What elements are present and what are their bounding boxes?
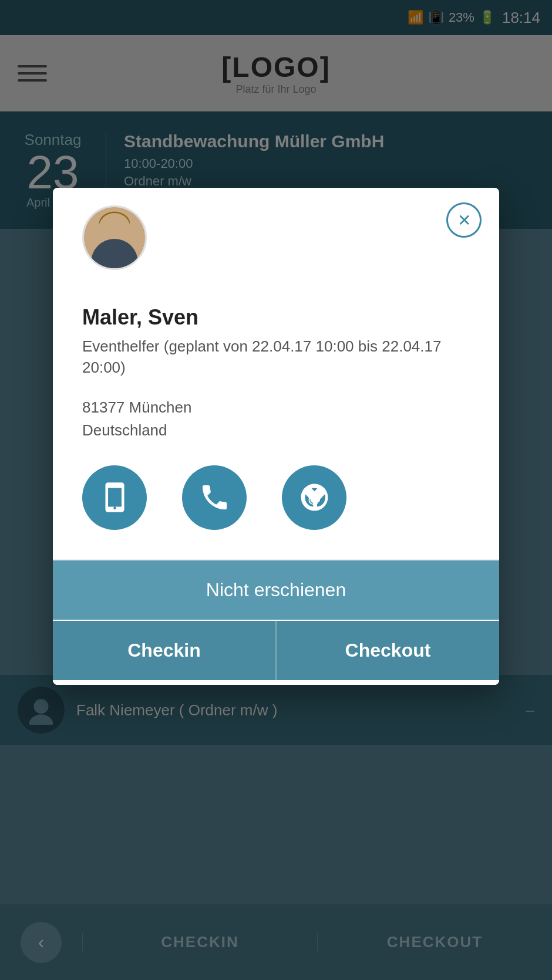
phone-button[interactable] <box>182 465 247 530</box>
mobile-icon <box>99 481 131 513</box>
svg-point-3 <box>99 212 130 236</box>
modal-bottom-bar <box>53 680 499 685</box>
checkout-button[interactable]: Checkout <box>277 621 499 680</box>
svg-text:@: @ <box>308 491 321 506</box>
modal-actions: Checkin Checkout <box>53 620 499 680</box>
modal-info: Maler, Sven Eventhelfer (geplant von 22.… <box>82 229 470 530</box>
person-address-line1: 81377 München <box>82 396 470 419</box>
person-modal: ✕ Maler, Sven Eventhelfer (geplant von 2… <box>53 188 499 685</box>
person-name: Maler, Sven <box>82 305 470 330</box>
person-role: Eventhelfer (geplant von 22.04.17 10:00 … <box>82 336 470 379</box>
svg-point-7 <box>92 247 137 270</box>
svg-point-6 <box>118 231 122 235</box>
svg-point-4 <box>102 222 127 251</box>
avatar <box>82 205 147 270</box>
modal-body: ✕ Maler, Sven Eventhelfer (geplant von 2… <box>53 188 499 559</box>
avatar-face <box>84 207 145 268</box>
modal-overlay: ✕ Maler, Sven Eventhelfer (geplant von 2… <box>0 0 552 980</box>
close-icon: ✕ <box>457 211 471 230</box>
checkin-button[interactable]: Checkin <box>53 621 277 680</box>
person-address-line2: Deutschland <box>82 419 470 442</box>
close-button[interactable]: ✕ <box>446 202 482 238</box>
phone-icon <box>198 481 231 513</box>
svg-point-5 <box>108 231 112 235</box>
person-role-text: Eventhelfer (geplant von 22.04.17 10:00 … <box>82 337 441 376</box>
mobile-button[interactable] <box>82 465 147 530</box>
contact-icons: @ <box>82 465 470 530</box>
email-icon: @ <box>298 481 331 513</box>
modal-footer: Nicht erschienen Checkin Checkout <box>53 559 499 685</box>
not-appeared-button[interactable]: Nicht erschienen <box>53 560 499 620</box>
svg-point-2 <box>84 207 145 268</box>
email-button[interactable]: @ <box>282 465 346 530</box>
person-address: 81377 München Deutschland <box>82 396 470 442</box>
